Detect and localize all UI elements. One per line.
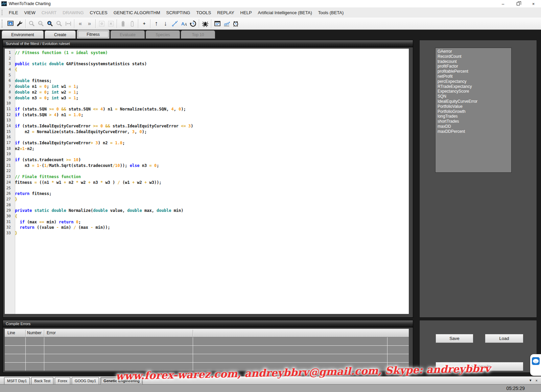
stat-item-gaerror[interactable]: GAerror [438, 49, 511, 54]
remote-control-popup[interactable]: ↔ [530, 354, 541, 376]
chart-properties-icon[interactable]: ★ [6, 19, 15, 28]
close-button[interactable]: × [526, 0, 541, 7]
line-number: 6 [5, 78, 13, 84]
code-editor[interactable]: 1// Fitness function (1 = ideal system)2… [5, 49, 409, 314]
workspace-tab-goog-day1[interactable]: GOOG Day1 [72, 377, 99, 384]
alarm-clock-icon[interactable] [231, 19, 240, 28]
line-number: 12 [5, 112, 13, 118]
stat-item-expectancyscore[interactable]: ExpectancyScore [438, 89, 511, 94]
menu-replay[interactable]: REPLAY [214, 7, 237, 18]
line-number: 15 [5, 129, 13, 135]
workspace-tab-genetic-engineering[interactable]: Genetic Engineering [100, 377, 143, 384]
stat-item-recordcount[interactable]: RecordCount [438, 54, 511, 59]
line-number: 4 [5, 67, 13, 73]
line-number: 5 [5, 73, 13, 78]
skip-forward-icon[interactable]: » [85, 19, 94, 28]
code-line: 27} [5, 197, 409, 202]
stat-item-portfoliogrowth[interactable]: PortfolioGrowth [438, 109, 511, 114]
menu-help[interactable]: HELP [237, 7, 255, 18]
restore-icon [517, 2, 520, 5]
menu-grip-icon [2, 10, 2, 15]
tab-environment[interactable]: Environment [2, 30, 44, 39]
stat-item-shorttrades[interactable]: shortTrades [438, 119, 511, 124]
line-number: 24 [5, 180, 13, 186]
stat-item-percexpectancy[interactable]: percExpectancy [438, 79, 511, 84]
stat-item-portfoliovalue[interactable]: PortfolioValue [438, 104, 511, 109]
stat-item-sqn[interactable]: SQN [438, 94, 511, 99]
menu-file[interactable]: FILE [6, 7, 21, 18]
stat-item-netprofit[interactable]: netProfit [438, 74, 511, 79]
grid-vline [44, 337, 44, 371]
menu-bar: FILEVIEWCHARTDRAWINGCYCLESGENETIC ALGORI… [0, 7, 541, 18]
line-number: 29 [5, 208, 13, 214]
stats-listbox[interactable]: GAerrorRecordCounttradecountprofitFactor… [435, 48, 512, 173]
compile-button[interactable]: --> Compile [436, 362, 523, 371]
menu-chart: CHART [39, 7, 60, 18]
arrow-down-icon[interactable]: ↓ [161, 19, 170, 28]
stat-item-idealequitycurveerror[interactable]: IdealEquityCurveError [438, 99, 511, 104]
stats-panel: GAerrorRecordCounttradecountprofitFactor… [419, 40, 537, 318]
wrench-icon[interactable] [15, 19, 24, 28]
zoom-in-icon[interactable]: + [45, 19, 54, 28]
code-line: 26return fitness; [5, 191, 409, 197]
font-icon[interactable]: AA [179, 19, 188, 28]
menu-tools[interactable]: TOOLS [193, 7, 214, 18]
fit-width-icon [64, 19, 73, 28]
history-icon[interactable] [188, 19, 197, 28]
compile-errors-header: LineNumberError [5, 329, 409, 337]
stat-item-maxddpercent[interactable]: maxDDPercent [438, 129, 511, 134]
tabstrip-dropdown-icon[interactable]: ▾ [530, 378, 532, 383]
menu-cycles[interactable]: CYCLES [87, 7, 111, 18]
minimize-button[interactable]: – [495, 0, 511, 7]
compile-errors-panel: Compile Errors LineNumberError [3, 320, 413, 373]
line-number: 22 [5, 168, 13, 174]
battery-empty-icon [127, 19, 137, 28]
tab-create[interactable]: Create [45, 30, 76, 39]
maximize-button[interactable] [511, 0, 526, 7]
column-header-line: Line [7, 330, 15, 335]
workspace-tab-back-test[interactable]: Back Test [31, 377, 53, 384]
line-number: 19 [5, 151, 13, 157]
tab-fitness[interactable]: Fitness [77, 30, 110, 39]
workspace-tab-msft-day1[interactable]: MSFT Day1 [4, 377, 30, 384]
menu-view[interactable]: VIEW [21, 7, 38, 18]
draw-line-icon[interactable] [170, 19, 179, 28]
tabstrip-close-icon[interactable]: × [536, 378, 538, 383]
menu-scripting[interactable]: SCRIPTING [163, 7, 193, 18]
svg-text:★: ★ [9, 22, 11, 25]
stat-item-profitfactor[interactable]: profitFactor [438, 64, 511, 69]
line-number: 30 [5, 214, 13, 219]
arrow-up-icon[interactable]: ↑ [152, 19, 161, 28]
workspace-tab-forex[interactable]: Forex [55, 377, 70, 384]
line-number: 11 [5, 106, 13, 112]
code-line: 9double n3 = 0; int w3 = 1; [5, 95, 409, 101]
stat-item-profitablepercent[interactable]: profitablePercent [438, 69, 511, 74]
stat-item-tradecount[interactable]: tradecount [438, 59, 511, 64]
menu-genetic-algorithm[interactable]: GENETIC ALGORITHM [111, 7, 163, 18]
menu-artificial-intelligence-beta[interactable]: Artificial Intelligence (BETA) [255, 7, 315, 18]
line-number: 10 [5, 101, 13, 106]
tab-evaluate: Evaluate [111, 30, 145, 39]
tab-top-10: Top 10 [181, 30, 215, 39]
chart-lines-icon[interactable] [222, 19, 231, 28]
load-button[interactable]: Load [485, 334, 523, 343]
spider-icon[interactable] [201, 19, 210, 28]
error-row [5, 337, 409, 346]
toolbar: ★−+«»+↑↓AA [0, 18, 541, 30]
status-bar: 05:25:29 [0, 384, 541, 392]
line-number: 9 [5, 95, 13, 101]
stat-item-rtradeexpectancy[interactable]: RTradeExpectancy [438, 84, 511, 89]
code-line: 14if (stats.IdealEquityCurveError >= 0 &… [5, 123, 409, 129]
save-button[interactable]: Save [436, 334, 473, 343]
code-line: 17if (stats.IdealEquityCurveError> 3) n2… [5, 140, 409, 146]
chart-window-icon[interactable] [213, 19, 222, 28]
add-icon[interactable]: + [140, 19, 149, 28]
menu-tools-beta[interactable]: Tools (BETA) [315, 7, 347, 18]
code-line: 15 n2 = Normalize(stats.IdealEquityCurve… [5, 129, 409, 135]
code-line: 22 [5, 168, 409, 174]
skip-back-icon[interactable]: « [76, 19, 85, 28]
stat-item-longtrades[interactable]: longTrades [438, 114, 511, 119]
svg-text:+: + [48, 21, 50, 25]
stat-item-maxdd[interactable]: maxDD [438, 124, 511, 129]
code-line: 31 if (max == min) return 0; [5, 219, 409, 225]
